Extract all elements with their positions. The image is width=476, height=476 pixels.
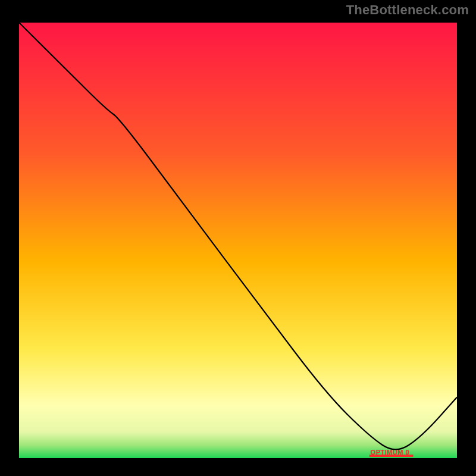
plot-canvas bbox=[19, 23, 457, 458]
chart-stage: TheBottleneck.com OPTIMUM 0 bbox=[0, 0, 476, 476]
watermark-text: TheBottleneck.com bbox=[346, 2, 469, 18]
plot-frame bbox=[13, 17, 463, 464]
optimum-band-label: OPTIMUM 0 bbox=[371, 449, 410, 456]
